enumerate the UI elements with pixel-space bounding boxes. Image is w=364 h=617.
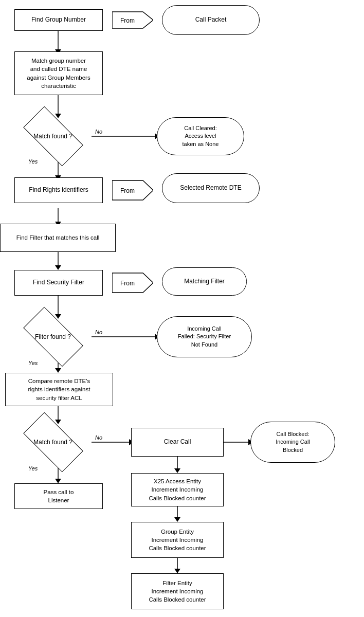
group-entity-rect: Group EntityIncrement IncomingCalls Bloc… [131,522,224,558]
filter-found-diamond: Filter found ? [14,316,92,357]
x25-entity-label: X25 Access EntityIncrement IncomingCalls… [149,477,206,502]
find-group-number-label: Find Group Number [31,16,86,24]
filter-found-label: Filter found ? [35,333,71,340]
pass-call-rect: Pass call toListener [14,483,103,509]
incoming-call-failed-label: Incoming CallFailed: Security FilterNot … [178,325,231,349]
x25-entity-rect: X25 Access EntityIncrement IncomingCalls… [131,473,224,506]
find-rights-label: Find Rights identifiers [29,186,88,194]
flowchart: Find Group Number From Call Packet Match… [0,0,364,617]
match-found-1-diamond: Match found ? [14,116,92,157]
compare-remote-rect: Compare remote DTE'srights identifiers a… [5,373,113,406]
from-arrow-3: From [112,270,153,296]
find-filter-matches-label: Find Filter that matches this call [16,234,100,242]
matching-filter-label: Matching Filter [184,278,225,286]
svg-marker-9 [55,265,61,270]
match-group-label: Match group numberand called DTE nameaga… [27,57,90,89]
yes-label-3: Yes [28,465,38,471]
match-found-2-label: Match found ? [33,439,72,446]
call-cleared-label: Call Cleared:Access leveltaken as None [183,124,219,148]
selected-remote-dte-label: Selected Remote DTE [180,184,241,192]
compare-remote-label: Compare remote DTE'srights identifiers a… [28,377,90,402]
filter-entity-label: Filter EntityIncrement IncomingCalls Blo… [149,579,206,604]
no-label-2: No [95,329,102,335]
find-group-number-rect: Find Group Number [14,9,103,31]
yes-label-1: Yes [28,158,38,165]
match-found-2-diamond: Match found ? [14,422,92,463]
call-blocked-label: Call Blocked:Incoming CallBlocked [276,430,310,454]
svg-text:From: From [120,187,135,194]
svg-text:From: From [120,280,135,287]
clear-call-rect: Clear Call [131,428,224,457]
incoming-call-failed-oval: Incoming CallFailed: Security FilterNot … [157,316,252,357]
find-filter-matches-rect: Find Filter that matches this call [0,224,116,252]
call-cleared-oval: Call Cleared:Access leveltaken as None [157,117,244,155]
svg-marker-29 [174,517,180,522]
find-security-filter-label: Find Security Filter [33,279,84,287]
match-found-1-label: Match found ? [33,133,72,140]
no-label-1: No [95,129,102,135]
group-entity-label: Group EntityIncrement IncomingCalls Bloc… [149,528,206,552]
call-packet-label: Call Packet [195,16,227,24]
from-arrow-2: From [112,177,153,203]
clear-call-label: Clear Call [164,438,191,446]
svg-marker-31 [174,569,180,573]
svg-marker-27 [174,468,180,473]
find-rights-rect: Find Rights identifiers [14,177,103,203]
no-label-3: No [95,434,102,441]
svg-marker-17 [55,479,61,483]
svg-text:From: From [120,17,135,24]
filter-entity-rect: Filter EntityIncrement IncomingCalls Blo… [131,573,224,609]
call-packet-oval: Call Packet [162,5,260,35]
match-group-rect: Match group numberand called DTE nameaga… [14,51,103,95]
yes-label-2: Yes [28,360,38,366]
matching-filter-oval: Matching Filter [162,267,247,296]
svg-marker-13 [55,368,61,373]
call-blocked-oval: Call Blocked:Incoming CallBlocked [250,422,335,463]
selected-remote-dte-oval: Selected Remote DTE [162,173,260,203]
pass-call-label: Pass call toListener [44,488,74,504]
find-security-filter-rect: Find Security Filter [14,270,103,296]
from-arrow-1: From [112,9,153,31]
